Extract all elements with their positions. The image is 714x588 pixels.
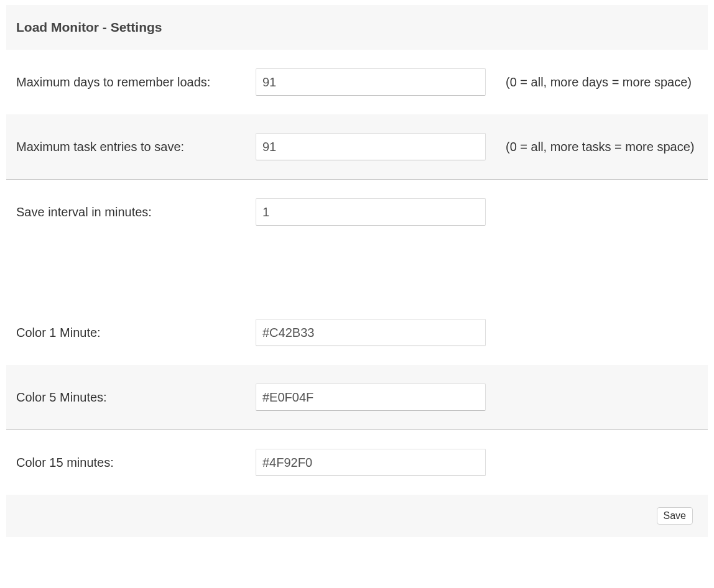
row-max-tasks: Maximum task entries to save: (0 = all, … (6, 114, 708, 180)
input-save-interval[interactable] (256, 198, 486, 226)
input-max-tasks[interactable] (256, 133, 486, 160)
label-max-tasks: Maximum task entries to save: (6, 114, 246, 180)
row-color-1: Color 1 Minute: (6, 300, 708, 365)
row-save-interval: Save interval in minutes: (6, 180, 708, 245)
label-max-days: Maximum days to remember loads: (6, 50, 246, 114)
input-color-5[interactable] (256, 384, 486, 411)
label-color-1: Color 1 Minute: (6, 300, 246, 365)
spacer (6, 244, 708, 300)
row-color-5: Color 5 Minutes: (6, 365, 708, 430)
input-max-days[interactable] (256, 68, 486, 96)
save-row: Save (6, 495, 708, 537)
hint-max-tasks: (0 = all, more tasks = more space) (496, 114, 708, 180)
label-color-15: Color 15 minutes: (6, 430, 246, 495)
input-color-1[interactable] (256, 319, 486, 346)
label-color-5: Color 5 Minutes: (6, 365, 246, 430)
row-max-days: Maximum days to remember loads: (0 = all… (6, 50, 708, 114)
hint-max-days: (0 = all, more days = more space) (496, 50, 708, 114)
page-title: Load Monitor - Settings (6, 5, 708, 50)
settings-table: Maximum days to remember loads: (0 = all… (6, 50, 708, 495)
row-color-15: Color 15 minutes: (6, 430, 708, 495)
input-color-15[interactable] (256, 449, 486, 476)
label-save-interval: Save interval in minutes: (6, 180, 246, 245)
save-button[interactable]: Save (657, 507, 693, 525)
